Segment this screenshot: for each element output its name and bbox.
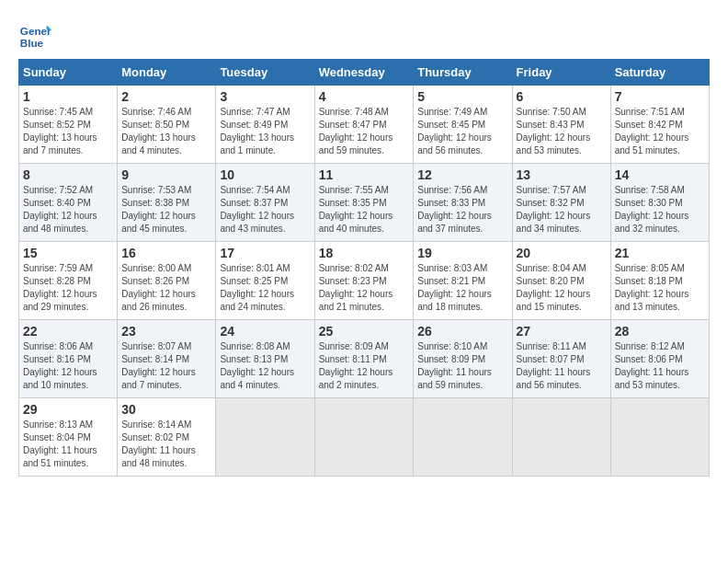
calendar-cell: 22Sunrise: 8:06 AM Sunset: 8:16 PM Dayli… xyxy=(19,320,118,398)
calendar-week-row: 22Sunrise: 8:06 AM Sunset: 8:16 PM Dayli… xyxy=(19,320,710,398)
calendar-cell: 9Sunrise: 7:53 AM Sunset: 8:38 PM Daylig… xyxy=(118,164,216,242)
day-number: 12 xyxy=(417,167,507,182)
day-number: 6 xyxy=(517,89,607,104)
day-number: 4 xyxy=(319,89,410,104)
calendar-cell: 2Sunrise: 7:46 AM Sunset: 8:50 PM Daylig… xyxy=(118,86,216,164)
calendar-week-row: 15Sunrise: 7:59 AM Sunset: 8:28 PM Dayli… xyxy=(19,242,710,320)
day-number: 11 xyxy=(319,167,410,182)
calendar-week-row: 1Sunrise: 7:45 AM Sunset: 8:52 PM Daylig… xyxy=(19,86,710,164)
logo: General Blue xyxy=(18,18,51,52)
day-number: 1 xyxy=(23,89,113,104)
day-number: 19 xyxy=(417,246,507,260)
day-number: 20 xyxy=(517,246,607,260)
day-info: Sunrise: 8:03 AM Sunset: 8:21 PM Dayligh… xyxy=(417,262,507,314)
day-info: Sunrise: 8:09 AM Sunset: 8:11 PM Dayligh… xyxy=(319,340,410,392)
day-number: 21 xyxy=(615,246,705,260)
day-info: Sunrise: 8:06 AM Sunset: 8:16 PM Dayligh… xyxy=(23,340,113,392)
day-info: Sunrise: 7:53 AM Sunset: 8:38 PM Dayligh… xyxy=(121,184,211,236)
day-header-monday: Monday xyxy=(118,60,216,86)
calendar-cell: 7Sunrise: 7:51 AM Sunset: 8:42 PM Daylig… xyxy=(610,86,709,164)
calendar-week-row: 8Sunrise: 7:52 AM Sunset: 8:40 PM Daylig… xyxy=(19,164,710,242)
day-header-tuesday: Tuesday xyxy=(216,60,314,86)
calendar-cell xyxy=(512,398,610,477)
calendar-cell: 16Sunrise: 8:00 AM Sunset: 8:26 PM Dayli… xyxy=(118,242,216,320)
day-number: 2 xyxy=(121,89,211,104)
day-number: 26 xyxy=(417,324,507,339)
calendar-cell: 11Sunrise: 7:55 AM Sunset: 8:35 PM Dayli… xyxy=(314,164,414,242)
calendar-cell: 28Sunrise: 8:12 AM Sunset: 8:06 PM Dayli… xyxy=(610,320,709,398)
day-info: Sunrise: 7:54 AM Sunset: 8:37 PM Dayligh… xyxy=(220,184,310,236)
day-number: 23 xyxy=(121,324,211,339)
calendar-cell xyxy=(216,398,314,477)
calendar-cell: 13Sunrise: 7:57 AM Sunset: 8:32 PM Dayli… xyxy=(512,164,610,242)
day-info: Sunrise: 8:04 AM Sunset: 8:20 PM Dayligh… xyxy=(517,262,607,314)
calendar-cell: 21Sunrise: 8:05 AM Sunset: 8:18 PM Dayli… xyxy=(610,242,709,320)
day-info: Sunrise: 8:12 AM Sunset: 8:06 PM Dayligh… xyxy=(615,340,705,392)
calendar-cell: 8Sunrise: 7:52 AM Sunset: 8:40 PM Daylig… xyxy=(19,164,118,242)
day-info: Sunrise: 8:01 AM Sunset: 8:25 PM Dayligh… xyxy=(220,262,310,314)
day-info: Sunrise: 7:57 AM Sunset: 8:32 PM Dayligh… xyxy=(517,184,607,236)
day-number: 16 xyxy=(121,246,211,260)
calendar-body: 1Sunrise: 7:45 AM Sunset: 8:52 PM Daylig… xyxy=(19,86,710,477)
day-info: Sunrise: 8:13 AM Sunset: 8:04 PM Dayligh… xyxy=(23,419,113,470)
day-number: 15 xyxy=(23,246,113,260)
calendar-cell: 29Sunrise: 8:13 AM Sunset: 8:04 PM Dayli… xyxy=(19,398,118,477)
day-header-thursday: Thursday xyxy=(414,60,512,86)
calendar-cell: 10Sunrise: 7:54 AM Sunset: 8:37 PM Dayli… xyxy=(216,164,314,242)
day-number: 8 xyxy=(23,167,113,182)
day-header-saturday: Saturday xyxy=(610,60,709,86)
day-info: Sunrise: 7:49 AM Sunset: 8:45 PM Dayligh… xyxy=(417,106,507,157)
calendar-cell: 20Sunrise: 8:04 AM Sunset: 8:20 PM Dayli… xyxy=(512,242,610,320)
calendar-table: SundayMondayTuesdayWednesdayThursdayFrid… xyxy=(18,59,710,477)
calendar-header-row: SundayMondayTuesdayWednesdayThursdayFrid… xyxy=(19,60,710,86)
day-info: Sunrise: 8:08 AM Sunset: 8:13 PM Dayligh… xyxy=(220,340,310,392)
day-header-wednesday: Wednesday xyxy=(314,60,414,86)
day-number: 22 xyxy=(23,324,113,339)
day-number: 3 xyxy=(220,89,310,104)
calendar-week-row: 29Sunrise: 8:13 AM Sunset: 8:04 PM Dayli… xyxy=(19,398,710,477)
day-number: 10 xyxy=(220,167,310,182)
day-number: 28 xyxy=(615,324,705,339)
calendar-cell: 4Sunrise: 7:48 AM Sunset: 8:47 PM Daylig… xyxy=(314,86,414,164)
calendar-cell: 5Sunrise: 7:49 AM Sunset: 8:45 PM Daylig… xyxy=(414,86,512,164)
day-number: 9 xyxy=(121,167,211,182)
calendar-cell: 3Sunrise: 7:47 AM Sunset: 8:49 PM Daylig… xyxy=(216,86,314,164)
day-header-sunday: Sunday xyxy=(19,60,118,86)
day-info: Sunrise: 8:02 AM Sunset: 8:23 PM Dayligh… xyxy=(319,262,410,314)
calendar-cell: 23Sunrise: 8:07 AM Sunset: 8:14 PM Dayli… xyxy=(118,320,216,398)
day-number: 13 xyxy=(517,167,607,182)
day-info: Sunrise: 8:10 AM Sunset: 8:09 PM Dayligh… xyxy=(417,340,507,392)
day-info: Sunrise: 7:58 AM Sunset: 8:30 PM Dayligh… xyxy=(615,184,705,236)
day-info: Sunrise: 7:46 AM Sunset: 8:50 PM Dayligh… xyxy=(121,106,211,157)
calendar-cell xyxy=(314,398,414,477)
calendar-cell: 18Sunrise: 8:02 AM Sunset: 8:23 PM Dayli… xyxy=(314,242,414,320)
svg-text:Blue: Blue xyxy=(20,37,44,49)
day-info: Sunrise: 7:59 AM Sunset: 8:28 PM Dayligh… xyxy=(23,262,113,314)
day-number: 27 xyxy=(517,324,607,339)
calendar-cell: 27Sunrise: 8:11 AM Sunset: 8:07 PM Dayli… xyxy=(512,320,610,398)
day-number: 25 xyxy=(319,324,410,339)
day-number: 5 xyxy=(417,89,507,104)
day-header-friday: Friday xyxy=(512,60,610,86)
calendar-cell: 24Sunrise: 8:08 AM Sunset: 8:13 PM Dayli… xyxy=(216,320,314,398)
day-info: Sunrise: 7:55 AM Sunset: 8:35 PM Dayligh… xyxy=(319,184,410,236)
day-info: Sunrise: 7:52 AM Sunset: 8:40 PM Dayligh… xyxy=(23,184,113,236)
day-info: Sunrise: 7:48 AM Sunset: 8:47 PM Dayligh… xyxy=(319,106,410,157)
day-info: Sunrise: 8:00 AM Sunset: 8:26 PM Dayligh… xyxy=(121,262,211,314)
calendar-cell: 1Sunrise: 7:45 AM Sunset: 8:52 PM Daylig… xyxy=(19,86,118,164)
calendar-cell: 6Sunrise: 7:50 AM Sunset: 8:43 PM Daylig… xyxy=(512,86,610,164)
calendar-cell: 12Sunrise: 7:56 AM Sunset: 8:33 PM Dayli… xyxy=(414,164,512,242)
day-number: 14 xyxy=(615,167,705,182)
day-info: Sunrise: 7:50 AM Sunset: 8:43 PM Dayligh… xyxy=(517,106,607,157)
calendar-cell: 14Sunrise: 7:58 AM Sunset: 8:30 PM Dayli… xyxy=(610,164,709,242)
calendar-cell xyxy=(414,398,512,477)
day-info: Sunrise: 8:07 AM Sunset: 8:14 PM Dayligh… xyxy=(121,340,211,392)
calendar-cell: 25Sunrise: 8:09 AM Sunset: 8:11 PM Dayli… xyxy=(314,320,414,398)
day-number: 29 xyxy=(23,402,113,417)
day-info: Sunrise: 8:11 AM Sunset: 8:07 PM Dayligh… xyxy=(517,340,607,392)
day-info: Sunrise: 8:14 AM Sunset: 8:02 PM Dayligh… xyxy=(121,419,211,470)
page-header: General Blue xyxy=(18,18,710,52)
day-number: 30 xyxy=(121,402,211,417)
day-info: Sunrise: 7:45 AM Sunset: 8:52 PM Dayligh… xyxy=(23,106,113,157)
day-number: 18 xyxy=(319,246,410,260)
